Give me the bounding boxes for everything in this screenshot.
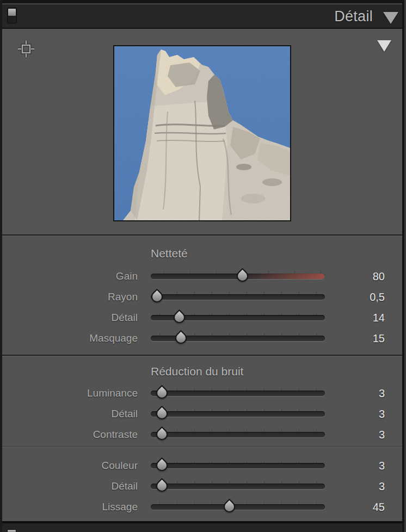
section-title: Netteté [151, 246, 406, 261]
slider-track[interactable] [151, 432, 325, 437]
slider-row: Luminance 3 [0, 383, 406, 404]
panel-switch-knob [8, 9, 16, 16]
slider-track[interactable] [151, 294, 325, 300]
slider-row: Masquage 15 [0, 328, 406, 349]
slider-track[interactable] [151, 391, 325, 396]
next-panel-header-edge [0, 521, 406, 532]
slider-thumb-shape [149, 289, 165, 305]
slider-thumb[interactable] [156, 407, 169, 421]
panel-left-border [0, 0, 2, 532]
slider-label[interactable]: Gain [0, 266, 138, 287]
panel-header[interactable]: Détail [0, 4, 406, 29]
preview-collapse-triangle-icon[interactable] [377, 40, 391, 52]
slider-thumb[interactable] [151, 290, 164, 304]
section-title: Réduction du bruit [151, 364, 406, 379]
slider-value[interactable]: 3 [341, 404, 385, 424]
slider-row: Contraste 3 [0, 424, 406, 445]
scroll-gutter[interactable] [402, 0, 406, 532]
slider-thumb-shape [154, 385, 170, 401]
slider-value[interactable]: 3 [341, 383, 385, 404]
slider-row: Lissage 45 [0, 497, 406, 517]
slider-thumb-shape [171, 310, 188, 326]
slider-value[interactable]: 15 [341, 328, 385, 349]
slider-thumb-shape [154, 426, 170, 443]
slider-track[interactable] [151, 484, 325, 489]
slider-label[interactable]: Masquage [0, 328, 138, 349]
slider-track[interactable] [151, 411, 325, 417]
slider-thumb-shape [173, 330, 189, 347]
sharpen-target-crosshair-icon[interactable] [17, 40, 35, 58]
panel-switch-icon[interactable] [7, 8, 17, 23]
section-color-noise: Couleur 3 Détail 3 Lissage 45 [0, 446, 406, 521]
detail-panel: Détail [0, 0, 406, 532]
slider-track[interactable] [151, 504, 325, 510]
slider-value[interactable]: 14 [341, 307, 385, 328]
slider-label[interactable]: Détail [0, 404, 138, 424]
slider-row: Rayon 0,5 [0, 287, 406, 307]
slider-thumb[interactable] [223, 500, 236, 514]
slider-thumb-shape [154, 457, 170, 474]
slider-label[interactable]: Détail [0, 476, 138, 497]
section-noise-reduction: Réduction du bruit Luminance 3 Détail 3 … [0, 355, 406, 446]
slider-row: Détail 3 [0, 404, 406, 424]
slider-label[interactable]: Rayon [0, 287, 138, 307]
sharpen-preview-section [0, 29, 406, 234]
slider-row: Détail 14 [0, 307, 406, 328]
slider-thumb[interactable] [156, 428, 169, 442]
slider-thumb-shape [235, 268, 251, 284]
slider-value[interactable]: 3 [341, 476, 385, 497]
slider-row: Couleur 3 [0, 455, 406, 476]
slider-value[interactable]: 3 [341, 424, 385, 445]
slider-value[interactable]: 80 [341, 266, 385, 287]
slider-value[interactable]: 3 [341, 455, 385, 476]
slider-label[interactable]: Contraste [0, 424, 138, 445]
slider-thumb[interactable] [156, 459, 169, 473]
slider-label[interactable]: Lissage [0, 497, 138, 517]
slider-thumb[interactable] [156, 479, 169, 493]
panel-collapse-triangle-icon[interactable] [383, 12, 398, 24]
slider-thumb[interactable] [156, 386, 169, 400]
slider-thumb-shape [154, 406, 170, 422]
panel-top-divider [0, 0, 406, 4]
gain-red-gradient-fill [243, 274, 325, 279]
slider-thumb[interactable] [173, 311, 186, 325]
panel-title: Détail [334, 8, 373, 25]
slider-row: Détail 3 [0, 476, 406, 497]
next-panel-switch-icon[interactable] [7, 529, 16, 532]
slider-row: Gain 80 [0, 266, 406, 287]
slider-label[interactable]: Couleur [0, 455, 138, 476]
slider-track[interactable] [151, 463, 325, 468]
slider-thumb[interactable] [175, 331, 188, 345]
slider-label[interactable]: Détail [0, 307, 138, 328]
slider-thumb-shape [222, 499, 238, 515]
section-sharpening: Netteté Gain 80 Rayon 0,5 Détail 14 Masq… [0, 234, 406, 355]
slider-thumb[interactable] [236, 269, 249, 283]
slider-value[interactable]: 0,5 [341, 287, 385, 307]
slider-label[interactable]: Luminance [0, 383, 138, 404]
detail-preview-image[interactable] [113, 45, 291, 221]
slider-value[interactable]: 45 [341, 497, 385, 517]
slider-thumb-shape [154, 478, 170, 494]
